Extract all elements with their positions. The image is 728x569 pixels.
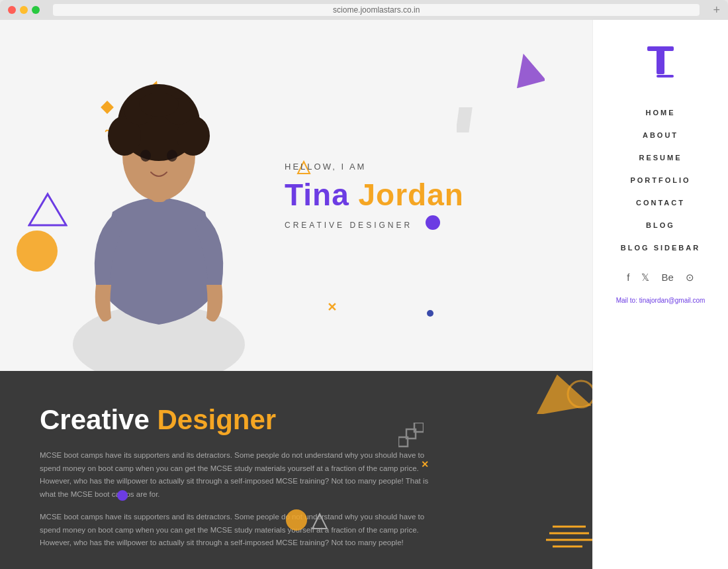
about-heading-orange: Designer	[157, 404, 276, 435]
mail-email[interactable]: tinajordan@gmail.com	[639, 297, 705, 304]
person-title: CREATIVE DESIGNER	[285, 221, 464, 230]
purple-stripe-triangle	[512, 52, 545, 91]
about-heading-white: Creative	[40, 404, 157, 435]
person-image	[53, 26, 265, 371]
nav-home[interactable]: HOME	[646, 109, 676, 117]
about-stripes-top-right	[529, 371, 592, 417]
signature	[40, 563, 553, 569]
navigation: HOME ABOUT RESUME PORTFOLIO CONTACT BLOG…	[621, 109, 700, 252]
steps-shape	[398, 423, 424, 450]
gray-shape-right	[457, 106, 475, 136]
svg-rect-2	[457, 107, 473, 132]
blue-dot	[427, 310, 433, 317]
about-section: ✕ Creative Designer	[0, 371, 592, 569]
nav-about[interactable]: ABOUT	[643, 131, 678, 139]
person-name: Tina Jordan	[285, 177, 464, 213]
about-x-mark: ✕	[421, 459, 429, 470]
greeting-text: HELLOW, I AM	[285, 162, 464, 172]
github-icon[interactable]: ⊙	[686, 272, 694, 284]
svg-point-15	[167, 150, 177, 162]
mail-to: Mail to: tinajordan@gmail.com	[616, 297, 705, 304]
svg-rect-28	[657, 75, 674, 78]
twitter-icon[interactable]: 𝕏	[641, 272, 649, 284]
svg-point-13	[139, 93, 179, 117]
content-area: ～～	[0, 20, 592, 569]
mail-label: Mail to:	[616, 297, 637, 304]
sidebar: HOME ABOUT RESUME PORTFOLIO CONTACT BLOG…	[592, 20, 728, 569]
hero-text: HELLOW, I AM Tina Jordan CREATIVE DESIGN…	[285, 162, 464, 230]
first-name: Tina	[285, 178, 359, 212]
svg-point-14	[140, 150, 151, 162]
new-tab-button[interactable]: +	[713, 3, 720, 17]
about-purple-dot	[117, 490, 128, 501]
minimize-button[interactable]	[20, 6, 28, 14]
hero-section: ～～	[0, 20, 592, 371]
nav-resume[interactable]: RESUME	[639, 154, 682, 162]
about-bottom-stripes	[546, 523, 592, 552]
about-body-1: MCSE boot camps have its supporters and …	[40, 449, 430, 501]
orange-x-shape: ✕	[327, 301, 337, 313]
close-button[interactable]	[8, 6, 16, 14]
sidebar-logo	[644, 43, 677, 82]
nav-portfolio[interactable]: PORTFOLIO	[630, 176, 690, 184]
nav-contact[interactable]: CONTACT	[636, 199, 685, 207]
maximize-button[interactable]	[32, 6, 40, 14]
nav-blog-sidebar[interactable]: BLOG SIDEBAR	[621, 244, 700, 252]
svg-rect-27	[657, 46, 664, 74]
browser-chrome: sciome.joomlastars.co.in +	[0, 0, 728, 20]
last-name: Jordan	[359, 178, 464, 212]
about-orange-circle	[286, 509, 307, 531]
svg-marker-21	[312, 514, 327, 529]
about-triangle-outline	[311, 513, 328, 533]
window-controls	[8, 6, 40, 14]
orange-circle-blob	[17, 231, 58, 272]
nav-blog[interactable]: BLOG	[646, 221, 675, 229]
about-heading: Creative Designer	[40, 404, 553, 436]
about-body-2: MCSE boot camps have its supporters and …	[40, 511, 430, 550]
url-bar[interactable]: sciome.joomlastars.co.in	[53, 4, 700, 16]
facebook-icon[interactable]: f	[627, 272, 629, 284]
social-links: f 𝕏 Be ⊙	[627, 272, 694, 284]
svg-marker-3	[512, 52, 545, 88]
main-wrapper: ～～	[0, 20, 728, 569]
behance-icon[interactable]: Be	[661, 272, 673, 284]
